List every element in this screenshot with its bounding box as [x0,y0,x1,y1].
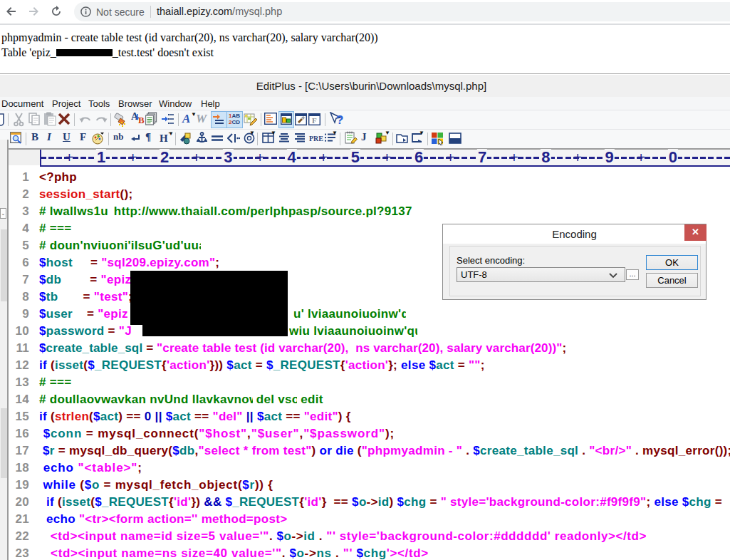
svg-text:F: F [312,116,317,125]
svg-text:?: ? [336,113,343,127]
